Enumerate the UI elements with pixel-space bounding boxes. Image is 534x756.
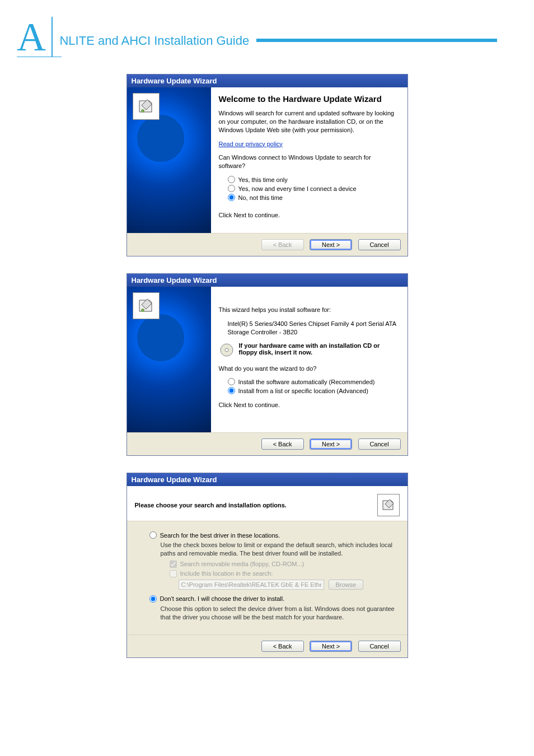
radio-advanced[interactable]: Install from a list or specific location… [228, 387, 399, 394]
cancel-button[interactable]: Cancel [358, 438, 401, 450]
wizard-icon [377, 494, 400, 516]
dialog-titlebar: Hardware Update Wizard [127, 473, 407, 486]
wizard-side-graphic [127, 287, 211, 432]
cd-hint: If your hardware came with an installati… [239, 342, 399, 358]
search-options-heading: Please choose your search and installati… [135, 502, 287, 508]
appendix-letter: A [17, 17, 53, 57]
radio-no[interactable]: No, not this time [228, 194, 399, 201]
continue-hint: Click Next to continue. [219, 401, 399, 409]
connect-question: Can Windows connect to Windows Update to… [219, 153, 399, 170]
wizard-dialog-3: Hardware Update Wizard Please choose you… [127, 473, 408, 658]
cancel-button[interactable]: Cancel [358, 641, 401, 652]
privacy-link[interactable]: Read our privacy policy [219, 141, 283, 147]
svg-point-3 [225, 348, 228, 352]
svg-point-1 [141, 309, 144, 312]
radio-yes-always[interactable]: Yes, now and every time I connect a devi… [228, 185, 399, 192]
wizard-side-graphic [127, 87, 211, 233]
dialog-titlebar: Hardware Update Wizard [127, 274, 407, 287]
next-button[interactable]: Next > [310, 438, 352, 450]
wizard-dialog-2: Hardware Update Wizard This wizard helps… [127, 273, 408, 456]
radio-auto[interactable]: Install the software automatically (Reco… [228, 378, 399, 385]
device-name: Intel(R) 5 Series/3400 Series Chipset Fa… [228, 320, 399, 337]
radio-yes-once[interactable]: Yes, this time only [228, 176, 399, 183]
path-input [179, 580, 324, 590]
next-button[interactable]: Next > [310, 641, 352, 652]
title-rule [256, 39, 497, 42]
cancel-button[interactable]: Cancel [358, 239, 401, 250]
page-header: A NLITE and AHCI Installation Guide [0, 0, 534, 57]
radio-search-best[interactable]: Search for the best driver in these loca… [149, 531, 396, 539]
action-question: What do you want the wizard to do? [219, 365, 399, 373]
dialog-titlebar: Hardware Update Wizard [127, 74, 407, 87]
browse-button: Browse [329, 580, 364, 590]
wizard-heading: Welcome to the Hardware Update Wizard [219, 94, 399, 104]
wizard-icon [133, 93, 160, 120]
wizard-intro: Windows will search for current and upda… [219, 109, 399, 134]
continue-hint: Click Next to continue. [219, 211, 399, 220]
svg-point-0 [141, 109, 144, 113]
section-title: NLITE and AHCI Installation Guide [59, 34, 249, 48]
next-button[interactable]: Next > [310, 239, 352, 250]
back-button[interactable]: < Back [261, 641, 304, 652]
dont-search-desc: Choose this option to select the device … [161, 605, 396, 622]
back-button[interactable]: < Back [261, 438, 304, 450]
cd-icon [219, 342, 235, 358]
wizard-intro-2: This wizard helps you install software f… [219, 306, 399, 314]
search-desc: Use the check boxes below to limit or ex… [161, 541, 396, 558]
radio-dont-search[interactable]: Don't search. I will choose the driver t… [149, 595, 396, 603]
wizard-icon [133, 292, 160, 319]
wizard-dialog-1: Hardware Update Wizard Welcome to the Ha… [127, 74, 408, 256]
chk-removable: Search removable media (floppy, CD-ROM..… [170, 561, 396, 568]
chk-include-location: Include this location in the search: [170, 570, 396, 577]
back-button: < Back [261, 239, 304, 250]
